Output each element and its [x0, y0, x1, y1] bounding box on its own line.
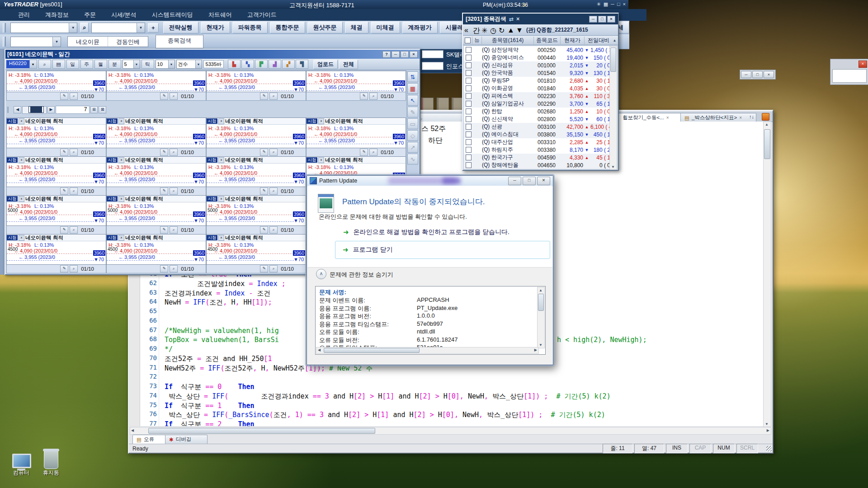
select-all-button[interactable]: 전체	[339, 60, 358, 69]
search-tool-▼[interactable]: ▼	[516, 26, 524, 34]
code-line[interactable]: If 식구분 == 1 Then	[165, 401, 255, 410]
magnifier-icon[interactable]: ⌕	[170, 226, 178, 234]
chart-style-icon[interactable]: ▛	[255, 60, 268, 69]
scroll-up-icon[interactable]: ▲	[611, 38, 618, 42]
watch-input[interactable]	[422, 62, 443, 70]
toolbar-button-체결[interactable]: 체결	[345, 22, 368, 33]
code-line[interactable]: 박스_상단 = IFF(_BarsSince(조건, 1) == 3 and H…	[165, 410, 605, 419]
mini-chart-pane[interactable]: 시험x네오이뮨텍 최적H: -3.18%L: 0.13%←4,090 (2023…	[6, 70, 106, 92]
minute-combo[interactable]: 5▼	[123, 60, 140, 69]
scroll-right-icon[interactable]: ▶	[767, 428, 769, 432]
count-combo[interactable]: 건수▼	[176, 60, 202, 69]
close-icon[interactable]: ×	[859, 61, 867, 68]
code-line[interactable]: 조건52주 = 조건 and HH_250[1	[165, 354, 272, 363]
close-icon[interactable]: x	[118, 196, 124, 202]
magnifier-icon[interactable]: ⌕	[70, 265, 78, 272]
close-icon[interactable]: x	[19, 196, 24, 202]
magnifier-icon[interactable]: ⌕	[70, 188, 78, 195]
stock-checkbox[interactable]	[466, 62, 472, 68]
editor-tab-boxindicator[interactable]: ▤_박스상하단<지표>×	[680, 113, 756, 122]
magnifier-icon[interactable]: ⌕	[70, 93, 78, 100]
resize-grip[interactable]	[766, 446, 772, 451]
mini-chart-pane[interactable]: 시험x네오이뮨텍 최적5000H: -3.18%L: 0.13%←4,090 (…	[106, 195, 206, 226]
stock-checkbox[interactable]	[466, 147, 472, 153]
stock-row[interactable]: (Q) 신라섬유0010002,015▼20 ( 0	[464, 61, 610, 69]
toolbar-button-미체결[interactable]: 미체결	[371, 22, 400, 33]
zoom-in-icon[interactable]: ⌕	[38, 60, 51, 69]
close-icon[interactable]: x	[318, 118, 324, 124]
mini-chart-pane[interactable]: 시험x네오이뮨텍 최적4500H: -3.18%L: 0.13%←4,090 (…	[6, 234, 106, 265]
pager-left-icon[interactable]: ◀	[14, 106, 21, 113]
edit-icon[interactable]: ✎	[260, 149, 268, 156]
symbol-combo[interactable]: ▼	[10, 23, 77, 33]
help-icon[interactable]: ?	[382, 51, 391, 58]
search-tool-▲[interactable]: ▲	[507, 26, 515, 34]
close-icon[interactable]: ×	[764, 71, 774, 78]
stock-checkbox[interactable]	[466, 78, 472, 84]
maximize-icon[interactable]: □	[752, 71, 763, 78]
close-icon[interactable]: x	[19, 235, 24, 241]
expand-grid-icon[interactable]: ⊞	[90, 106, 98, 113]
close-icon[interactable]: x	[218, 118, 224, 124]
mini-chart-pane[interactable]: 시험x네오이뮨텍 최적H: -3.18%L: 0.13%←4,090 (2023…	[106, 156, 206, 187]
editor-hscrollbar[interactable]: ◀ ▶	[130, 427, 771, 435]
stock-row[interactable]: (Q) 삼일기업공사0022903,700▼65 ( 1	[464, 100, 610, 108]
screen-icon[interactable]: ▦	[604, 1, 608, 7]
mini-chart-pane[interactable]: 시험x네오이뮨텍 최적4500H: -3.18%L: 0.13%←4,090 (…	[206, 234, 306, 265]
search-tool-«[interactable]: «	[464, 26, 472, 34]
close-icon[interactable]: ×	[666, 115, 669, 120]
toolbar-button-파워종목[interactable]: 파워종목	[232, 22, 268, 33]
edit-icon[interactable]: ✎	[60, 93, 68, 100]
stock-row[interactable]: (Q) 에이스침대00380035,150▼450 ( 1	[464, 131, 610, 138]
stock-row[interactable]: (Q) 창해에탄올00465010,8000 ( 0	[464, 161, 610, 169]
close-icon[interactable]: x	[118, 118, 124, 124]
close-icon[interactable]: ×	[607, 16, 615, 23]
symbol-code-combo[interactable]: H50220 ▼	[6, 60, 37, 68]
edit-icon[interactable]: ✎	[160, 149, 168, 156]
editor-vscrollbar[interactable]: ▲ ▼	[763, 122, 771, 427]
stock-row[interactable]: (Q) 이화공영0018404,035▲30 ( 0	[464, 84, 610, 92]
magnifier-icon[interactable]: ⌕	[170, 188, 178, 195]
col-name[interactable]: 종목명(1614)	[481, 37, 533, 44]
expander-label[interactable]: 문제에 관한 정보 숨기기	[330, 271, 393, 279]
period-weekly[interactable]: 주	[80, 60, 93, 69]
close-grid-icon[interactable]: ⊠	[99, 106, 106, 113]
close-icon[interactable]: x	[118, 157, 124, 163]
edit-icon[interactable]: ✎	[260, 93, 268, 100]
minimize-icon[interactable]: ─	[589, 16, 597, 23]
mini-chart-pane[interactable]: 시험x네오이뮨텍 최적5000H: -3.18%L: 0.13%←4,090 (…	[6, 195, 106, 226]
mini-chart-pane[interactable]: 시험x네오이뮨텍 최적4500H: -3.18%L: 0.13%←4,090 (…	[106, 234, 206, 265]
stock-row[interactable]: (Q) 선광00310042,700▲6,100 ( 4	[464, 123, 610, 131]
edit-icon[interactable]: ✎	[360, 93, 368, 100]
close-icon[interactable]: x	[218, 70, 224, 71]
stock-row[interactable]: (Q) 한국가구0045904,330▲45 ( 1	[464, 154, 610, 161]
option-close-program[interactable]: ➜ 프로그램 닫기	[335, 241, 550, 259]
stock-row[interactable]: (Q) 한탑0026801,250▲10 ( 0	[464, 108, 610, 115]
stock-checkbox[interactable]	[466, 101, 472, 107]
edit-icon[interactable]: ✎	[60, 188, 68, 195]
mini-chart-pane[interactable]: 시험x네오이뮨텍 최적H: -3.18%L: 0.13%←4,090 (2023…	[6, 117, 106, 148]
code-line[interactable]: If 식구분 == 0 Then	[165, 382, 255, 391]
code-line[interactable]: If 식구분 == 2 Then	[165, 420, 255, 426]
search-tool-↻[interactable]: ↻	[499, 26, 506, 34]
col-code[interactable]: 종목코드	[533, 37, 560, 44]
stock-search-tab[interactable]: 종목검색	[156, 35, 203, 48]
minimize-icon[interactable]: ─	[611, 1, 614, 7]
stock-checkbox[interactable]	[466, 47, 472, 53]
upload-button[interactable]: 업로드	[313, 60, 338, 69]
code-line[interactable]: /*NewHigh = valuewhen(1, hig	[165, 326, 279, 335]
menu-시스템트레이딩[interactable]: 시스템트레이딩	[152, 11, 193, 19]
drawing-tool-icon[interactable]: ◇	[407, 130, 418, 141]
workspace-combo[interactable]: ▼	[10, 37, 61, 47]
editor-tab-manual[interactable]: 휠보찾기_수동<...×	[618, 113, 686, 122]
details-vscrollbar[interactable]: ▲ ▼	[537, 287, 545, 348]
col-new[interactable]: 뉴	[472, 37, 481, 44]
toolbar-button-원샷주문[interactable]: 원샷주문	[307, 22, 343, 33]
stock-row[interactable]: (Q) 하림지주0033808,170▼180 ( 2	[464, 146, 610, 154]
close-icon[interactable]: x	[318, 70, 324, 71]
bar-count[interactable]: 5335바	[203, 60, 224, 68]
drawing-tool-icon[interactable]: ✎	[407, 107, 418, 117]
edit-icon[interactable]: ✎	[60, 265, 68, 272]
stock-row[interactable]: (Q) 삼천당제약00025045,400▼1,450 ( 3	[464, 46, 610, 54]
pager-right-icon[interactable]: ▶	[47, 106, 55, 113]
